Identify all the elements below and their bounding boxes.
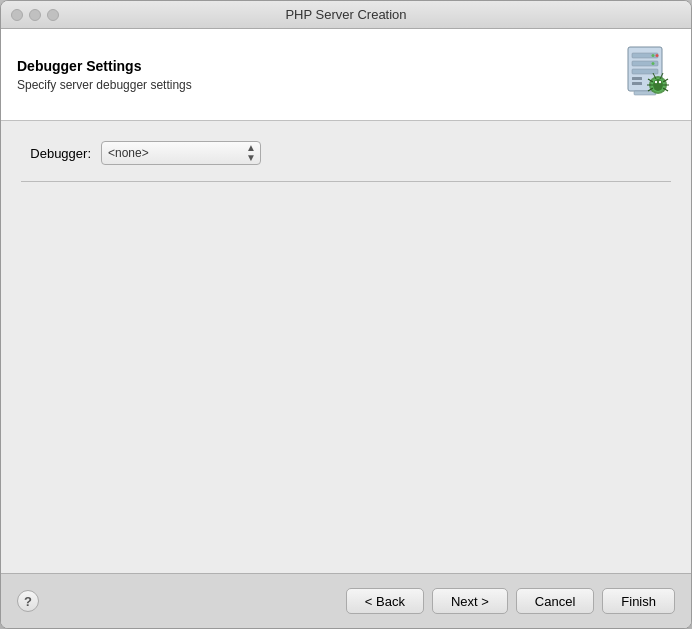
svg-point-12	[653, 79, 663, 91]
page-subtitle: Specify server debugger settings	[17, 78, 192, 92]
back-button[interactable]: < Back	[346, 588, 424, 614]
svg-rect-3	[632, 69, 658, 74]
finish-button[interactable]: Finish	[602, 588, 675, 614]
server-icon	[620, 43, 675, 103]
svg-point-6	[652, 62, 655, 65]
header-section: Debugger Settings Specify server debugge…	[1, 29, 691, 121]
footer-left: ?	[17, 590, 39, 612]
content-divider	[21, 181, 671, 182]
svg-point-21	[655, 81, 657, 83]
help-button[interactable]: ?	[17, 590, 39, 612]
next-button[interactable]: Next >	[432, 588, 508, 614]
debugger-select[interactable]: <none> Xdebug Zend Debugger	[101, 141, 261, 165]
page-title: Debugger Settings	[17, 58, 192, 74]
svg-rect-7	[632, 77, 642, 80]
cancel-button[interactable]: Cancel	[516, 588, 594, 614]
window-title: PHP Server Creation	[285, 7, 406, 22]
debugger-label: Debugger:	[21, 146, 91, 161]
content-area: Debugger: <none> Xdebug Zend Debugger ▲ …	[1, 121, 691, 573]
title-bar: PHP Server Creation	[1, 1, 691, 29]
window: PHP Server Creation Debugger Settings Sp…	[0, 0, 692, 629]
svg-point-5	[656, 54, 659, 57]
server-icon-container	[620, 43, 675, 106]
traffic-lights	[11, 9, 59, 21]
header-text: Debugger Settings Specify server debugge…	[17, 58, 192, 92]
debugger-row: Debugger: <none> Xdebug Zend Debugger ▲ …	[21, 141, 671, 165]
svg-point-4	[652, 54, 655, 57]
minimize-button[interactable]	[29, 9, 41, 21]
svg-point-22	[659, 81, 661, 83]
close-button[interactable]	[11, 9, 23, 21]
maximize-button[interactable]	[47, 9, 59, 21]
footer: ? < Back Next > Cancel Finish	[1, 573, 691, 628]
debugger-select-wrapper[interactable]: <none> Xdebug Zend Debugger ▲ ▼	[101, 141, 261, 165]
footer-buttons: < Back Next > Cancel Finish	[346, 588, 675, 614]
svg-rect-8	[632, 82, 642, 85]
